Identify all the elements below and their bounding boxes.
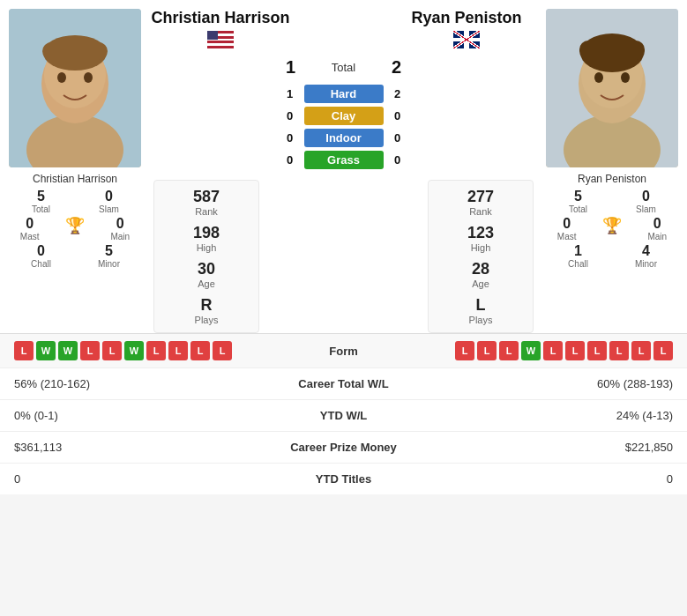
left-form-pill-l: L (168, 341, 188, 360)
stat-left-2: $361,113 (0, 432, 241, 464)
right-form-pill-l: L (477, 341, 497, 360)
left-player-photo (9, 9, 141, 167)
left-minor-label: Minor (75, 259, 143, 269)
left-age-label: Age (198, 278, 215, 289)
left-data-box: 587 Rank 198 High 30 Age R Plays (153, 180, 259, 333)
hard-badge: Hard (304, 85, 384, 103)
right-total-value: 5 (544, 189, 612, 204)
left-rank-value: 587 (193, 188, 220, 206)
right-total-score: 2 (388, 57, 406, 78)
stat-row-2: $361,113 Career Prize Money $221,850 (0, 432, 687, 464)
stat-left-1: 0% (0-1) (0, 400, 241, 432)
right-form-pill-l: L (609, 341, 629, 360)
right-data-box: 277 Rank 123 High 28 Age L Plays (428, 180, 534, 333)
left-form-pill-l: L (146, 341, 166, 360)
stat-right-0: 60% (288-193) (446, 368, 687, 400)
right-form-pill-l: L (587, 341, 607, 360)
mid-col: Christian Harrison Ryan Peniston 1 Total (150, 9, 537, 333)
right-age-label: Age (472, 278, 489, 289)
left-plays-item: R Plays (195, 296, 219, 325)
right-chall-label: Chall (544, 259, 612, 269)
stat-row-3: 0 YTD Titles 0 (0, 464, 687, 495)
stat-label-3: YTD Titles (241, 464, 447, 495)
surface-clay-row: 0 Clay 0 (283, 107, 405, 125)
right-chall-minor-row: 1 Chall 4 Minor (537, 243, 687, 269)
left-form-pills: LWWLLWLLLL (14, 341, 309, 360)
right-plays-item: L Plays (469, 296, 493, 325)
right-main-value: 0 (635, 216, 680, 232)
right-main-cell: 0 Main (635, 216, 680, 241)
left-plays-label: Plays (195, 315, 219, 325)
right-minor-value: 4 (612, 243, 680, 259)
left-minor-cell: 5 Minor (75, 243, 143, 269)
left-rank-item: 587 Rank (193, 188, 220, 217)
right-form-pills: LLLWLLLLLL (379, 341, 674, 360)
stat-left-0: 56% (210-162) (0, 368, 241, 400)
left-chall-minor-row: 0 Chall 5 Minor (0, 243, 150, 269)
right-plays-value: L (469, 296, 493, 315)
right-form-pill-l: L (499, 341, 519, 360)
left-plays-value: R (195, 296, 219, 315)
right-rank-label: Rank (467, 206, 494, 217)
right-minor-label: Minor (612, 259, 680, 269)
indoor-right-score: 0 (391, 131, 405, 145)
right-mast-label: Mast (544, 232, 589, 241)
total-row: 1 Total 2 (150, 57, 537, 78)
left-trophy-icon: 🏆 (52, 216, 97, 241)
right-mast-cell: 0 Mast (544, 216, 589, 241)
left-total-slam-row: 5 Total 0 Slam (0, 189, 150, 214)
left-mast-value: 0 (7, 216, 52, 232)
right-total-slam-row: 5 Total 0 Slam (537, 189, 687, 214)
left-form-pill-l: L (102, 341, 122, 360)
right-rank-item: 277 Rank (467, 188, 494, 217)
left-main-label: Main (98, 232, 143, 241)
left-form-pill-l: L (213, 341, 232, 360)
left-slam-label: Slam (75, 204, 143, 214)
svg-rect-7 (42, 42, 108, 60)
left-high-item: 198 High (193, 224, 220, 253)
right-chall-cell: 1 Chall (544, 243, 612, 269)
right-name-flag: Ryan Peniston (396, 9, 537, 48)
stat-label-0: Career Total W/L (241, 368, 447, 400)
left-flag (207, 31, 234, 48)
stat-row-1: 0% (0-1) YTD W/L 24% (4-13) (0, 400, 687, 432)
grass-right-score: 0 (391, 153, 405, 167)
main-container: Christian Harrison 5 Total 0 Slam 0 (0, 0, 687, 494)
right-total-label: Total (544, 204, 612, 214)
right-high-item: 123 High (467, 224, 494, 253)
stat-left-3: 0 (0, 464, 241, 495)
form-section: LWWLLWLLLL Form LLLWLLLLLL (0, 333, 687, 367)
left-age-value: 30 (198, 260, 215, 278)
right-mast-value: 0 (544, 216, 589, 232)
svg-point-5 (84, 72, 93, 83)
right-age-item: 28 Age (472, 260, 489, 289)
left-form-pill-l: L (190, 341, 210, 360)
right-age-value: 28 (472, 260, 489, 278)
left-name-flag: Christian Harrison (150, 9, 291, 48)
surface-grass-row: 0 Grass 0 (283, 151, 405, 169)
left-high-value: 198 (193, 224, 220, 242)
right-form-pill-w: W (521, 341, 541, 360)
right-high-value: 123 (467, 224, 494, 242)
left-rank-label: Rank (193, 206, 220, 217)
right-slam-value: 0 (612, 189, 680, 204)
clay-badge: Clay (304, 107, 384, 125)
left-main-cell: 0 Main (98, 216, 143, 241)
right-form-pill-l: L (543, 341, 563, 360)
svg-point-12 (594, 72, 603, 83)
svg-rect-15 (579, 41, 645, 60)
right-flag (453, 31, 480, 48)
right-high-label: High (467, 242, 494, 253)
left-mast-main-row: 0 Mast 🏆 0 Main (0, 216, 150, 241)
scores-block: 1 Total 2 1 Hard 2 0 Clay 0 0 Indoor (150, 48, 537, 173)
stat-right-1: 24% (4-13) (446, 400, 687, 432)
stat-right-3: 0 (446, 464, 687, 495)
surface-hard-row: 1 Hard 2 (283, 85, 405, 103)
left-total-value: 5 (7, 189, 75, 204)
left-form-pill-w: W (36, 341, 56, 360)
indoor-badge: Indoor (304, 129, 384, 147)
grass-left-score: 0 (283, 153, 297, 167)
data-boxes-row: 587 Rank 198 High 30 Age R Plays (150, 173, 537, 333)
hard-right-score: 2 (391, 87, 405, 100)
form-label: Form (309, 345, 379, 358)
